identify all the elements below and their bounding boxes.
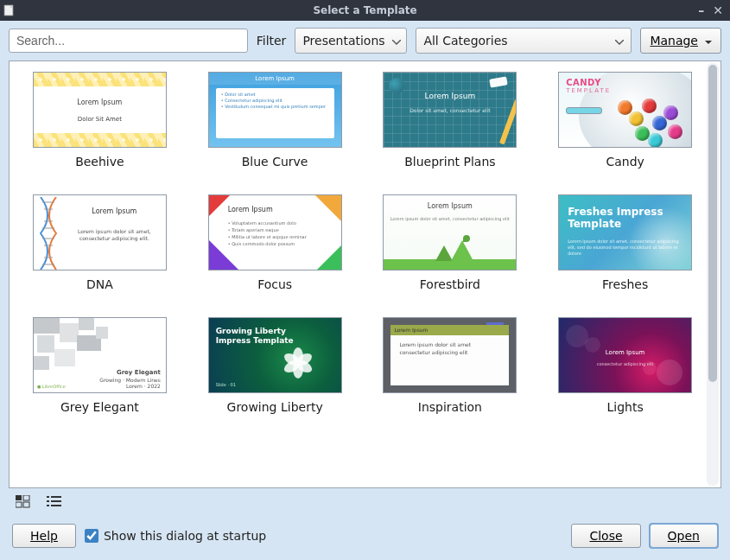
view-mode-switcher: [0, 493, 730, 517]
template-thumbnail: Lorem Ipsum Lorem ipsum dolor sit amet, …: [383, 194, 517, 270]
template-item-freshes[interactable]: Freshes Impress Template Lorem ipsum dol…: [552, 194, 698, 291]
svg-rect-11: [16, 502, 22, 507]
template-item-focus[interactable]: Lorem Ipsum • Voluptatem accusantium dol…: [202, 194, 348, 291]
template-label: Inspiration: [378, 400, 524, 414]
svg-rect-9: [16, 495, 22, 500]
svg-rect-15: [47, 500, 49, 502]
template-item-dna[interactable]: Lorem Ipsum Lorem ipsum dolor sit amet, …: [27, 194, 173, 291]
template-label: Focus: [202, 277, 348, 291]
template-thumbnail: Lorem Ipsum Dolor Sit Amet: [33, 72, 167, 148]
scrollbar[interactable]: [707, 63, 719, 486]
svg-rect-12: [23, 502, 29, 507]
app-icon: [0, 4, 17, 16]
template-label: Growing Liberty: [202, 400, 348, 414]
template-thumbnail: Lorem Ipsum • Voluptatem accusantium dol…: [208, 194, 342, 270]
template-item-greyelegant[interactable]: Grey ElegantGrowing · Modern Lines Lorem…: [27, 317, 173, 414]
show-at-startup-label: Show this dialog at startup: [104, 529, 266, 543]
search-input[interactable]: [9, 29, 248, 53]
template-item-forestbird[interactable]: Lorem Ipsum Lorem ipsum dolor sit amet, …: [378, 194, 524, 291]
template-label: Forestbird: [378, 277, 524, 291]
close-window-button[interactable]: ✕: [713, 3, 723, 17]
list-view-icon[interactable]: [47, 495, 62, 512]
template-item-candy[interactable]: CANDYTEMPLATE Candy: [552, 72, 698, 169]
filter-category-value: All Categories: [423, 34, 507, 48]
filter-type-dropdown[interactable]: Presentations: [295, 28, 407, 54]
filter-category-dropdown[interactable]: All Categories: [416, 28, 632, 54]
template-thumbnail: CANDYTEMPLATE: [558, 72, 692, 148]
minimize-button[interactable]: –: [698, 3, 704, 17]
filter-label: Filter: [257, 34, 287, 48]
toolbar: Filter Presentations All Categories Mana…: [0, 21, 730, 60]
template-item-growingliberty[interactable]: Growing Liberty Impress Template Slide ·…: [202, 317, 348, 414]
template-label: Candy: [552, 155, 698, 169]
template-item-bluecurve[interactable]: Lorem Ipsum • Dolor sit amet • Consectet…: [202, 72, 348, 169]
template-thumbnail: Lorem Ipsum consectetur adipiscing elit: [558, 317, 692, 393]
template-thumbnail: Lorem Ipsum • Dolor sit amet • Consectet…: [208, 72, 342, 148]
bottom-bar: Help Show this dialog at startup Close O…: [0, 517, 730, 560]
open-button[interactable]: Open: [650, 524, 718, 548]
svg-rect-10: [23, 495, 29, 500]
chevron-down-icon: [615, 34, 624, 48]
template-label: Beehive: [27, 155, 173, 169]
help-button[interactable]: Help: [12, 524, 76, 548]
manage-button[interactable]: Manage: [640, 28, 721, 54]
template-label: Blueprint Plans: [378, 155, 524, 169]
template-thumbnail: Growing Liberty Impress Template Slide ·…: [208, 317, 342, 393]
template-label: DNA: [27, 277, 173, 291]
close-button[interactable]: Close: [571, 524, 640, 548]
svg-rect-16: [51, 500, 61, 502]
chevron-down-icon: [392, 34, 401, 48]
filter-type-value: Presentations: [302, 34, 384, 48]
template-thumbnail: Lorem Ipsum Dolor sit amet, consectetur …: [383, 72, 517, 148]
svg-rect-18: [51, 505, 61, 506]
template-label: Grey Elegant: [27, 400, 173, 414]
thumbnail-view-icon[interactable]: [16, 495, 31, 512]
template-item-blueprint[interactable]: Lorem Ipsum Dolor sit amet, consectetur …: [378, 72, 524, 169]
template-thumbnail: Grey ElegantGrowing · Modern Lines Lorem…: [33, 317, 167, 393]
template-item-lights[interactable]: Lorem Ipsum consectetur adipiscing elit …: [552, 317, 698, 414]
titlebar: Select a Template – ✕: [0, 0, 730, 21]
window-title: Select a Template: [0, 4, 730, 16]
template-thumbnail: Lorem Ipsum Lorem ipsum dolor sit amet c…: [383, 317, 517, 393]
template-item-inspiration[interactable]: Lorem Ipsum Lorem ipsum dolor sit amet c…: [378, 317, 524, 414]
template-thumbnail: Lorem Ipsum Lorem ipsum dolor sit amet, …: [33, 194, 167, 270]
template-label: Lights: [552, 400, 698, 414]
template-label: Blue Curve: [202, 155, 348, 169]
template-thumbnail: Freshes Impress Template Lorem ipsum dol…: [558, 194, 692, 270]
svg-rect-17: [47, 505, 49, 506]
manage-label: Manage: [650, 34, 698, 48]
show-at-startup-input[interactable]: [85, 529, 98, 543]
caret-down-icon: [705, 34, 712, 48]
svg-rect-13: [47, 496, 49, 498]
template-label: Freshes: [552, 277, 698, 291]
show-at-startup-checkbox[interactable]: Show this dialog at startup: [85, 529, 266, 543]
template-list: Lorem Ipsum Dolor Sit Amet Beehive Lorem…: [9, 60, 721, 488]
svg-rect-14: [51, 496, 61, 498]
template-item-beehive[interactable]: Lorem Ipsum Dolor Sit Amet Beehive: [27, 72, 173, 169]
